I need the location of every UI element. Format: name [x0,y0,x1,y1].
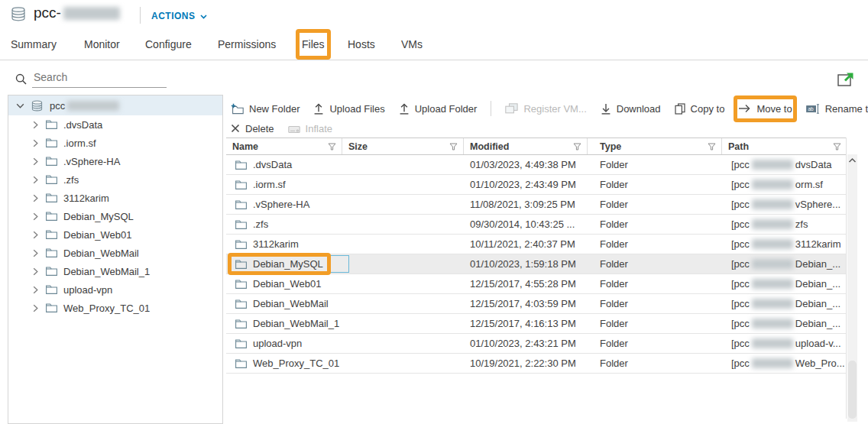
tree-item-debian-mysql[interactable]: Debian_MySQL [8,207,222,225]
tab-monitor[interactable]: Monitor [84,29,120,60]
tab-permissions[interactable]: Permissions [218,29,276,60]
new-folder-icon [231,103,244,115]
folder-icon [46,175,57,184]
column-header-label: Type [600,141,621,152]
tree-item-zfs[interactable]: .zfs [8,170,222,189]
chevron-right-icon[interactable] [31,139,40,147]
filter-funnel-icon[interactable] [449,143,458,151]
table-row-upload-vpn[interactable]: upload-vpn01/10/2023, 2:43:21 PMFolder[p… [226,334,847,354]
tab-hosts[interactable]: Hosts [348,29,375,60]
table-row-3112karim[interactable]: 3112karim10/11/2021, 2:40:37 PMFolder[pc… [226,235,847,254]
cell-modified: 01/10/2023, 2:43:49 PM [464,175,588,194]
toolbar-button-inflate: Inflate [288,123,332,134]
chevron-right-icon[interactable] [31,157,40,166]
cell-size [342,195,464,214]
filter-funnel-icon[interactable] [573,143,581,151]
tree-item-debian-web01[interactable]: Debian_Web01 [8,225,222,244]
toolbar-button-delete[interactable]: Delete [231,123,274,134]
column-header-type[interactable]: Type [588,138,722,154]
folder-icon [235,160,247,170]
chevron-right-icon[interactable] [31,286,40,294]
cell-size [342,175,464,194]
files-toolbar-row-2: DeleteInflate [231,119,332,138]
toolbar-button-upload-files[interactable]: Upload Files [313,103,384,115]
toolbar-button-upload-folder[interactable]: Upload Folder [399,103,478,115]
cell-type: Folder [588,334,722,353]
column-header-modified[interactable]: Modified [464,138,588,154]
cell-type: Folder [588,215,722,234]
cell-name: Debian_WebMail [226,294,342,313]
tree-item-label: 3112karim [63,193,109,204]
column-header-name[interactable]: Name [226,138,342,154]
chevron-down-icon[interactable] [16,103,24,108]
chevron-right-icon[interactable] [31,212,40,221]
table-row-web-proxy-tc-01[interactable]: Web_Proxy_TC_0110/19/2021, 2:22:30 PMFol… [226,354,847,374]
cell-size [342,354,464,373]
table-row-zfs[interactable]: .zfs09/30/2014, 10:43:25 ...Folder[pcczf… [226,215,847,235]
actions-menu-button[interactable]: ACTIONS [151,11,207,21]
folder-icon [46,267,57,276]
toolbar-button-move-to[interactable]: Move to [738,103,792,115]
table-row-debian-web01[interactable]: Debian_Web0112/15/2017, 4:55:28 PMFolder… [226,274,847,294]
scroll-up-icon[interactable] [847,157,857,163]
move-icon [738,104,751,113]
chevron-right-icon[interactable] [31,249,40,257]
toolbar-button-register-vm: Register VM... [505,103,586,115]
table-row-debian-mysql[interactable]: Debian_MySQL01/10/2023, 1:59:18 PMFolder… [226,254,847,274]
file-name: upload-vpn [253,338,302,349]
toolbar-button-download[interactable]: Download [601,103,661,115]
toolbar-button-rename-to[interactable]: abRename to [806,103,868,115]
column-header-label: Size [348,141,368,152]
chevron-right-icon[interactable] [31,304,40,312]
tree-item-3112karim[interactable]: 3112karim [8,189,222,207]
tab-vms[interactable]: VMs [401,29,423,60]
path-suffix: zfs [795,218,808,230]
tree-item-debian-webmail-1[interactable]: Debian_WebMail_1 [8,262,222,280]
column-header-size[interactable]: Size [342,138,464,154]
filter-funnel-icon[interactable] [328,143,336,151]
tree-root-datastore[interactable]: pcc [8,95,222,115]
chevron-right-icon[interactable] [31,267,40,276]
tree-item-upload-vpn[interactable]: upload-vpn [8,280,222,299]
tree-item-label: .vSphere-HA [63,156,120,167]
chevron-right-icon[interactable] [31,121,40,129]
tree-item-debian-webmail[interactable]: Debian_WebMail [8,244,222,262]
folder-icon [235,240,247,249]
column-header-path[interactable]: Path [722,138,847,154]
scrollbar-thumb[interactable] [848,361,857,419]
toolbar-button-copy-to[interactable]: Copy to [675,103,725,115]
tree-item-dvsdata[interactable]: .dvsData [8,115,222,134]
open-in-new-window-icon[interactable] [837,71,856,90]
table-row-debian-webmail-1[interactable]: Debian_WebMail_112/15/2017, 4:16:13 PMFo… [226,314,847,334]
tab-configure[interactable]: Configure [145,29,192,60]
search-input[interactable] [32,70,167,88]
file-name: Debian_WebMail_1 [253,318,339,329]
table-row-debian-webmail[interactable]: Debian_WebMail12/15/2017, 4:03:59 PMFold… [226,294,847,314]
cell-modified: 12/15/2017, 4:03:59 PM [464,294,588,313]
folder-icon [46,212,57,221]
cell-path: [pccDebian_... [722,254,847,273]
tab-files[interactable]: Files [302,29,325,60]
tree-item-web-proxy-tc-01[interactable]: Web_Proxy_TC_01 [8,299,222,317]
tab-label: Permissions [218,38,276,50]
search-icon [15,73,27,88]
filter-funnel-icon[interactable] [833,143,841,151]
tree-item-vsphere-ha[interactable]: .vSphere-HA [8,152,222,170]
table-row-iorm-sf[interactable]: .iorm.sf01/10/2023, 2:43:49 PMFolder[pcc… [226,175,847,195]
toolbar-button-label: Move to [756,103,792,115]
tab-summary[interactable]: Summary [11,29,57,60]
table-row-vsphere-ha[interactable]: .vSphere-HA11/08/2021, 3:09:25 PMFolder[… [226,195,847,215]
redacted-text [752,239,793,249]
filter-funnel-icon[interactable] [708,143,716,151]
chevron-right-icon[interactable] [31,194,40,202]
chevron-right-icon[interactable] [31,176,40,184]
chevron-right-icon[interactable] [31,231,40,239]
cell-modified: 10/19/2021, 2:22:30 PM [464,354,588,373]
tree-item-label: Debian_WebMail_1 [63,266,150,277]
toolbar-button-new-folder[interactable]: New Folder [231,103,300,115]
register-vm-icon [505,103,518,114]
file-name: Debian_WebMail [253,298,329,309]
tree-item-iorm-sf[interactable]: .iorm.sf [8,134,222,152]
tab-label: Hosts [348,38,375,50]
table-row-dvsdata[interactable]: .dvsData01/03/2023, 4:49:38 PMFolder[pcc… [226,155,847,175]
